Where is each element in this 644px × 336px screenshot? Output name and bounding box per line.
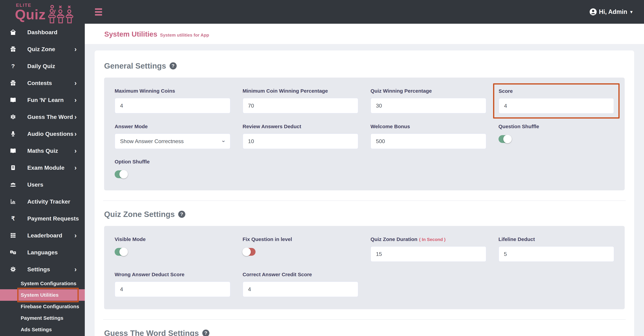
gift-icon [9,46,17,52]
minimum-coin-winning-percentage-input[interactable] [243,98,358,114]
app-logo[interactable]: ELITE Quiz [0,0,85,24]
field-quiz-winning-percentage: Quiz Winning Percentage [370,88,486,114]
settings-card: General Settings ? Maximum Winning Coins… [94,50,634,336]
sidebar-subitem-payment-settings[interactable]: Payment Settings [0,312,85,324]
open-book-icon [9,148,17,154]
sidebar-toggle-hamburger-icon[interactable] [95,8,102,15]
chevron-right-icon: › [74,232,77,239]
logo-quiz-text: Quiz [15,8,46,21]
sidebar-item-contests[interactable]: Contests › [0,75,85,91]
section-title-guess-the-word: Guess The Word Settings [104,329,199,336]
general-settings-panel: Maximum Winning Coins Minimum Coin Winni… [104,78,625,190]
field-wrong-answer-deduct-score: Wrong Answer Deduct Score [114,272,230,297]
section-title-general: General Settings [104,61,166,70]
sidebar-subitem-system-utilities[interactable]: System Utilities [0,289,85,301]
correct-answer-credit-score-input[interactable] [243,282,358,297]
chevron-right-icon: › [74,97,77,103]
field-option-shuffle: Option Shuffle [114,159,230,178]
sidebar-item-leaderboard[interactable]: Leaderboard › [0,227,85,244]
microphone-icon [9,131,17,137]
field-visible-mode: Visible Mode [114,236,230,262]
help-icon[interactable]: ? [178,211,185,218]
sidebar-item-dashboard[interactable]: Dashboard [0,24,85,41]
sidebar-item-maths-quiz[interactable]: Maths Quiz › [0,142,85,159]
chevron-right-icon: › [74,266,77,273]
lifeline-deduct-input[interactable] [498,246,614,262]
users-icon [9,181,17,188]
field-answer-mode: Answer Mode Show Answer Correctness › [114,124,230,149]
sidebar-nav: Dashboard Quiz Zone › ? Daily Quiz Conte… [0,24,85,336]
svg-text:A: A [11,251,12,253]
section-divider [103,200,626,201]
option-shuffle-toggle[interactable] [114,170,128,178]
open-book-icon [9,97,17,103]
sidebar-item-exam-module[interactable]: Exam Module › [0,159,85,176]
top-header: ELITE Quiz Hi, Admin ▾ [0,0,644,24]
chevron-right-icon: › [74,46,77,52]
maximum-winning-coins-input[interactable] [114,98,230,114]
main-content: System Utilities System utilities for Ap… [85,24,644,336]
journal-icon [9,165,17,170]
chevron-right-icon: › [74,147,77,154]
sidebar-item-guess-the-word[interactable]: Guess The Word › [0,108,85,125]
bar-chart-icon [9,198,17,205]
field-minimum-coin-winning-percentage: Minimum Coin Winning Percentage [243,88,358,114]
home-icon [9,29,17,35]
sidebar-subitem-ads-settings[interactable]: Ads Settings [0,324,85,335]
field-welcome-bonus: Welcome Bonus [370,124,486,149]
translate-icon: A [9,249,17,256]
chevron-right-icon: › [74,114,77,120]
grid-icon [9,232,17,238]
user-dropdown[interactable]: Hi, Admin ▾ [590,8,632,15]
chevron-right-icon: › [74,80,77,86]
sidebar-item-quiz-zone[interactable]: Quiz Zone › [0,41,85,58]
field-lifeline-deduct: Lifeline Deduct [498,236,614,262]
sidebar-item-users[interactable]: Users [0,176,85,193]
quiz-zone-settings-panel: Visible Mode Fix Question in level Quiz … [104,226,625,309]
user-greeting: Hi, Admin [599,8,627,15]
sidebar-item-payment-requests[interactable]: ₹ Payment Requests [0,210,85,227]
quiz-winning-percentage-input[interactable] [370,98,486,114]
page-title: System Utilities [104,30,157,38]
field-maximum-winning-coins: Maximum Winning Coins [114,88,230,114]
review-answers-deduct-input[interactable] [243,134,358,149]
field-quiz-zone-duration: Quiz Zone Duration ( In Second ) [370,236,486,262]
quiz-zone-duration-input[interactable] [370,246,486,262]
flower-icon [9,114,17,120]
sidebar-item-languages[interactable]: A Languages [0,244,85,261]
select-caret-icon: › [220,140,227,142]
help-icon[interactable]: ? [170,62,177,69]
answer-mode-select[interactable]: Show Answer Correctness › [114,134,230,149]
score-highlight-outline: Score [493,83,620,119]
visible-mode-toggle[interactable] [114,248,128,256]
sidebar-item-settings[interactable]: Settings › [0,261,85,278]
rupee-icon: ₹ [9,216,17,221]
field-correct-answer-credit-score: Correct Answer Credit Score [243,272,358,297]
field-question-shuffle: Question Shuffle [498,124,614,149]
sidebar-item-fun-n-learn[interactable]: Fun 'N' Learn › [0,91,85,108]
field-review-answers-deduct: Review Answers Deduct [243,124,358,149]
sidebar-item-activity-tracker[interactable]: Activity Tracker [0,193,85,210]
gear-icon [9,266,17,272]
question-icon: ? [9,63,17,69]
section-divider [103,320,626,320]
chevron-right-icon: › [74,130,77,137]
question-shuffle-toggle[interactable] [498,135,512,143]
fix-question-in-level-toggle[interactable] [243,248,256,256]
field-score: Score [498,88,614,114]
welcome-bonus-input[interactable] [370,134,486,149]
user-avatar-icon [590,8,597,15]
in-second-note: ( In Second ) [419,237,446,242]
sidebar-subitem-system-configurations[interactable]: System Configurations [0,278,85,289]
chevron-right-icon: › [74,164,77,171]
page-header: System Utilities System utilities for Ap… [85,24,644,44]
sidebar-subitem-firebase-configurations[interactable]: Firebase Configurations [0,301,85,312]
wrong-answer-deduct-score-input[interactable] [114,282,230,297]
score-input[interactable] [499,98,614,114]
field-fix-question-in-level: Fix Question in level [243,236,358,262]
gift-icon [9,80,17,86]
section-title-quiz-zone: Quiz Zone Settings [104,210,175,219]
sidebar-item-audio-questions[interactable]: Audio Questions › [0,125,85,142]
sidebar-item-daily-quiz[interactable]: ? Daily Quiz [0,58,85,75]
help-icon[interactable]: ? [202,330,210,336]
